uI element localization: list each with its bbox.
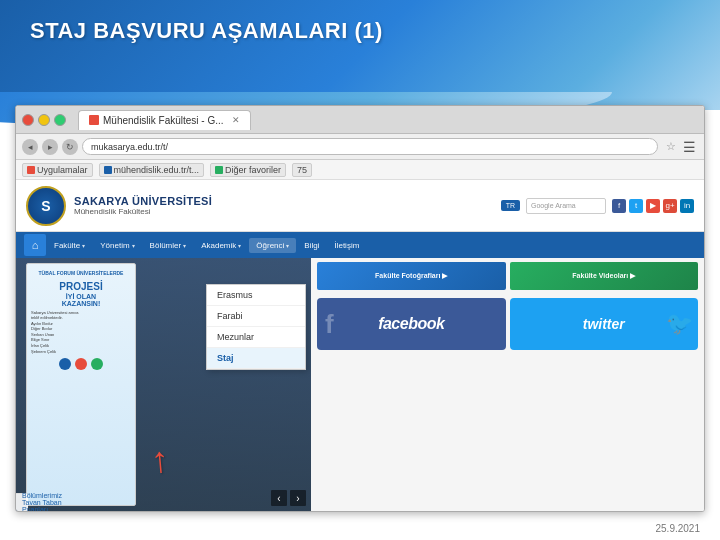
- bookmark-icon2: [104, 166, 112, 174]
- twitter-bird-icon: 🐦: [666, 311, 693, 337]
- nav-item-bilgi[interactable]: Bilgi: [297, 238, 326, 253]
- site-main: TÜBAL FORUM ÜNİVERSİTELERDE PROJESİ İYİ …: [16, 258, 704, 511]
- facebook-block[interactable]: f facebook: [317, 298, 506, 350]
- dropdown-menu: Erasmus Farabi Mezunlar Staj: [206, 284, 306, 370]
- header-google-icon[interactable]: g+: [663, 199, 677, 213]
- university-faculty: Mühendislik Fakültesi: [74, 207, 212, 216]
- chevron-down-icon: ▾: [132, 242, 135, 249]
- header-linkedin-icon[interactable]: in: [680, 199, 694, 213]
- nav-item-fakulte[interactable]: Fakülte ▾: [47, 238, 92, 253]
- header-facebook-icon[interactable]: f: [612, 199, 626, 213]
- nav-item-ogrenci[interactable]: Öğrenci ▾: [249, 238, 296, 253]
- bookmarks-bar: Uygulamalar mühendislik.edu.tr/t... Diğe…: [16, 160, 704, 180]
- twitter-label: twitter: [583, 316, 625, 332]
- poster-line3: KAZANSIN!: [62, 300, 101, 307]
- browser-tab[interactable]: Mühendislik Fakültesi - G... ✕: [78, 110, 251, 130]
- poster-icon3: [91, 358, 103, 370]
- browser-nav: ◂ ▸ ↻ mukasarya.edu.tr/t/ ☆ ☰: [16, 134, 704, 160]
- chevron-down-icon: ▾: [82, 242, 85, 249]
- chevron-down-icon: ▾: [238, 242, 241, 249]
- dropdown-staj[interactable]: Staj: [207, 348, 305, 369]
- carousel-next-btn[interactable]: ›: [290, 490, 306, 506]
- project-poster: TÜBAL FORUM ÜNİVERSİTELERDE PROJESİ İYİ …: [26, 263, 136, 506]
- carousel-prev-btn[interactable]: ‹: [271, 490, 287, 506]
- dropdown-erasmus[interactable]: Erasmus: [207, 285, 305, 306]
- bookmark-library[interactable]: Diğer favoriler: [210, 163, 286, 177]
- browser-chrome: Mühendislik Fakültesi - G... ✕: [16, 106, 704, 134]
- browser-minimize-btn[interactable]: [38, 114, 50, 126]
- refresh-btn[interactable]: ↻: [62, 139, 78, 155]
- poster-icon1: [59, 358, 71, 370]
- browser-maximize-btn[interactable]: [54, 114, 66, 126]
- content-right: Fakülte Fotoğrafları ▶ Fakülte Videoları…: [311, 258, 704, 511]
- university-logo: S: [26, 186, 66, 226]
- bookmark-star-icon[interactable]: ☆: [666, 140, 676, 153]
- poster-line2: İYİ OLAN: [66, 293, 96, 300]
- poster-top-text: TÜBAL FORUM ÜNİVERSİTELERDE: [39, 270, 124, 277]
- faculty-media-row: Fakülte Fotoğrafları ▶ Fakülte Videoları…: [311, 258, 704, 296]
- university-name-block: SAKARYA ÜNİVERSİTESİ Mühendislik Fakülte…: [74, 195, 212, 216]
- address-text: mukasarya.edu.tr/t/: [91, 142, 168, 152]
- chevron-down-icon: ▾: [183, 242, 186, 249]
- poster-icons-row: [59, 358, 103, 370]
- back-btn[interactable]: ◂: [22, 139, 38, 155]
- address-bar[interactable]: mukasarya.edu.tr/t/: [82, 138, 658, 155]
- university-header: S SAKARYA ÜNİVERSİTESİ Mühendislik Fakül…: [16, 180, 704, 232]
- footer-date: 25.9.2021: [656, 523, 701, 534]
- dropdown-mezunlar[interactable]: Mezunlar: [207, 327, 305, 348]
- departments-bar: Bölümlerimiz Tavan Taban Puanları: [16, 493, 28, 511]
- twitter-block[interactable]: twitter 🐦: [510, 298, 699, 350]
- header-twitter-icon[interactable]: t: [629, 199, 643, 213]
- content-left: TÜBAL FORUM ÜNİVERSİTELERDE PROJESİ İYİ …: [16, 258, 311, 511]
- university-header-right: TR Google Arama f t ▶ g+ in: [501, 198, 694, 214]
- nav-item-yonetim[interactable]: Yönetim ▾: [93, 238, 141, 253]
- page-footer: 25.9.2021: [656, 523, 701, 534]
- page-title: STAJ BAŞVURU AŞAMALARI (1): [30, 18, 383, 44]
- bookmark-icon3: [215, 166, 223, 174]
- tab-label: Mühendislik Fakültesi - G...: [103, 115, 224, 126]
- forward-btn[interactable]: ▸: [42, 139, 58, 155]
- search-bar[interactable]: Google Arama: [526, 198, 606, 214]
- language-button[interactable]: TR: [501, 200, 520, 211]
- faculty-photos-btn[interactable]: Fakülte Fotoğrafları ▶: [317, 262, 506, 290]
- social-icons-header: f t ▶ g+ in: [612, 199, 694, 213]
- bookmark-muh[interactable]: mühendislik.edu.tr/t...: [99, 163, 205, 177]
- faculty-videos-btn[interactable]: Fakülte Videoları ▶: [510, 262, 699, 290]
- dropdown-farabi[interactable]: Farabi: [207, 306, 305, 327]
- bookmark-apps[interactable]: Uygulamalar: [22, 163, 93, 177]
- social-blocks: f facebook twitter 🐦: [311, 296, 704, 511]
- tab-close-icon[interactable]: ✕: [232, 115, 240, 125]
- bookmark-icon: [27, 166, 35, 174]
- poster-body: Sakarya Üniversitesi amca teklif edilmek…: [31, 310, 131, 355]
- red-arrow-icon: ↑: [149, 438, 171, 481]
- nav-item-iletisim[interactable]: İletişim: [327, 238, 366, 253]
- browser-window: Mühendislik Fakültesi - G... ✕ ◂ ▸ ↻ muk…: [15, 105, 705, 512]
- facebook-f-icon: f: [325, 309, 334, 340]
- site-content: S SAKARYA ÜNİVERSİTESİ Mühendislik Fakül…: [16, 180, 704, 511]
- top-header: STAJ BAŞVURU AŞAMALARI (1): [0, 0, 720, 110]
- chevron-down-icon: ▾: [286, 242, 289, 249]
- poster-title: PROJESİ: [59, 281, 102, 293]
- facebook-label: facebook: [378, 315, 444, 333]
- tab-favicon: [89, 115, 99, 125]
- browser-close-btn[interactable]: [22, 114, 34, 126]
- carousel-nav: ‹ ›: [271, 490, 306, 506]
- bookmark-number[interactable]: 75: [292, 163, 312, 177]
- search-placeholder: Google Arama: [531, 202, 576, 209]
- nav-home-button[interactable]: ⌂: [24, 234, 46, 256]
- header-youtube-icon[interactable]: ▶: [646, 199, 660, 213]
- site-nav: ⌂ Fakülte ▾ Yönetim ▾ Bölümler ▾ Akademi…: [16, 232, 704, 258]
- browser-menu-btn[interactable]: ☰: [680, 138, 698, 156]
- poster-icon2: [75, 358, 87, 370]
- university-name: SAKARYA ÜNİVERSİTESİ: [74, 195, 212, 207]
- nav-item-bolumler[interactable]: Bölümler ▾: [143, 238, 194, 253]
- nav-item-akademik[interactable]: Akademik ▾: [194, 238, 248, 253]
